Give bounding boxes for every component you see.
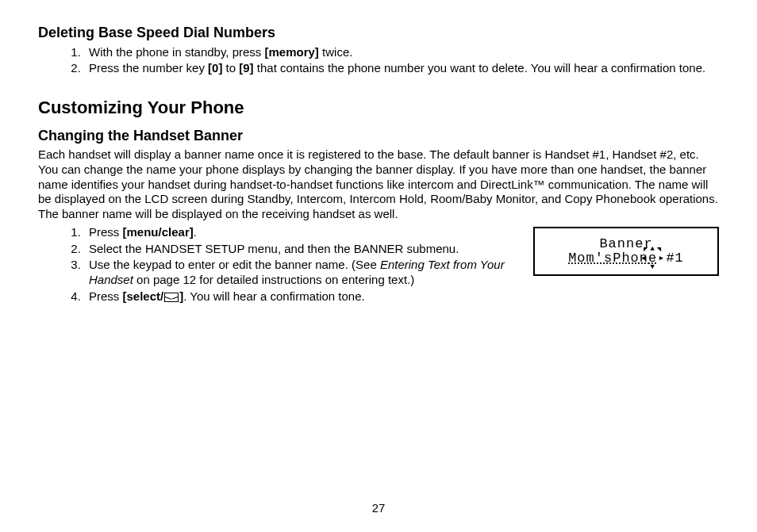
arrow-right-icon: ▶	[659, 255, 664, 262]
banner-step-2: Select the HANDSET SETUP menu, and then …	[84, 242, 516, 257]
page-number: 27	[0, 501, 757, 516]
banner-step-4: Press [select/]. You will hear a confirm…	[84, 289, 516, 304]
lcd-screen: Banner Mom'sPhon ▲ ▼ ◀ ▶ ◤ ◥ e #1	[533, 227, 719, 276]
banner-step-3: Use the keypad to enter or edit the bann…	[84, 258, 516, 288]
arrow-down-icon: ▼	[650, 264, 655, 271]
arrow-up-icon: ▲	[650, 246, 655, 253]
heading-customizing: Customizing Your Phone	[38, 97, 719, 119]
deleting-steps: With the phone in standby, press [memory…	[38, 45, 719, 77]
banner-paragraph: Each handset will display a banner name …	[38, 147, 719, 222]
heading-deleting: Deleting Base Speed Dial Numbers	[38, 24, 719, 42]
lcd-cursor: ▲ ▼ ◀ ▶ ◤ ◥ e	[648, 251, 657, 266]
arrow-upleft-icon: ◤	[644, 247, 648, 254]
envelope-icon	[164, 293, 179, 302]
arrow-left-icon: ◀	[641, 255, 646, 262]
deleting-step-1: With the phone in standby, press [memory…	[84, 45, 719, 60]
arrow-upright-icon: ◥	[657, 247, 662, 254]
banner-steps: Press [menu/clear]. Select the HANDSET S…	[38, 225, 516, 306]
heading-banner: Changing the Handset Banner	[38, 127, 719, 145]
deleting-step-2: Press the number key [0] to [9] that con…	[84, 61, 719, 76]
banner-step-1: Press [menu/clear].	[84, 225, 516, 240]
lcd-line-2: Mom'sPhon ▲ ▼ ◀ ▶ ◤ ◥ e #1	[568, 251, 684, 266]
